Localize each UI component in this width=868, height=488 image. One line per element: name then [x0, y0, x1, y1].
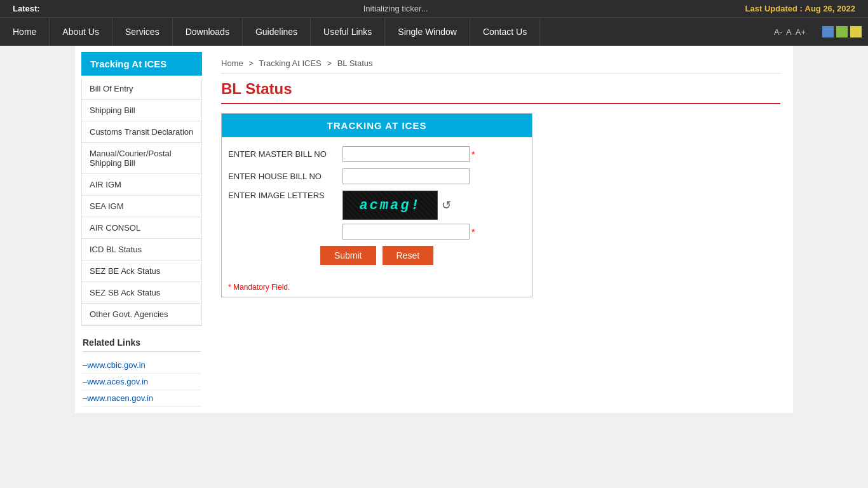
master-bill-label: ENTER MASTER BILL NO: [228, 149, 342, 159]
tracking-form-box: TRACKING AT ICES ENTER MASTER BILL NO * …: [221, 113, 532, 297]
house-bill-row: ENTER HOUSE BILL NO: [228, 168, 526, 184]
ticker-bar: Latest: Initializing ticker... Last Upda…: [0, 0, 868, 17]
sidebar-item-manual-courier[interactable]: Manual/Courier/Postal Shipping Bill: [82, 143, 201, 174]
last-updated-date: Aug 26, 2022: [805, 4, 856, 13]
master-bill-row: ENTER MASTER BILL NO *: [228, 146, 526, 162]
captcha-input-row: *: [342, 224, 475, 240]
breadcrumb-sep1: >: [248, 58, 254, 68]
sidebar-item-bill-of-entry[interactable]: Bill Of Entry: [82, 78, 201, 100]
house-bill-input[interactable]: [342, 168, 470, 184]
navbar: Home About Us Services Downloads Guideli…: [0, 17, 868, 46]
tracking-box-header: TRACKING AT ICES: [222, 114, 532, 137]
font-controls: A- A A+: [764, 18, 816, 46]
mandatory-note: * Mandatory Field.: [222, 278, 532, 297]
sidebar-item-shipping-bill[interactable]: Shipping Bill: [82, 100, 201, 121]
main-wrapper: Tracking At ICES Bill Of Entry Shipping …: [75, 46, 793, 413]
breadcrumb-current: BL Status: [337, 58, 373, 68]
font-increase[interactable]: A+: [796, 27, 806, 37]
breadcrumb: Home > Tracking At ICES > BL Status: [221, 58, 780, 74]
tracking-form: ENTER MASTER BILL NO * ENTER HOUSE BILL …: [222, 137, 532, 278]
related-links-title: Related Links: [83, 337, 201, 352]
captcha-required: *: [471, 227, 475, 237]
sidebar: Tracking At ICES Bill Of Entry Shipping …: [75, 52, 208, 407]
sidebar-item-air-igm[interactable]: AIR IGM: [82, 174, 201, 196]
sidebar-item-other-govt-agencies[interactable]: Other Govt. Agencies: [82, 304, 201, 325]
master-bill-input[interactable]: [342, 146, 470, 162]
sidebar-item-air-consol[interactable]: AIR CONSOL: [82, 217, 201, 239]
captcha-image: acmag!: [342, 191, 438, 220]
breadcrumb-tracking[interactable]: Tracking At ICES: [259, 58, 322, 68]
sidebar-item-sez-be-ack-status[interactable]: SEZ BE Ack Status: [82, 261, 201, 282]
related-links-section: Related Links –www.cbic.gov.in –www.aces…: [81, 337, 202, 407]
nav-home[interactable]: Home: [0, 18, 50, 46]
color-box-blue[interactable]: [822, 26, 834, 37]
font-decrease[interactable]: A-: [774, 27, 782, 37]
captcha-refresh-icon[interactable]: ↺: [442, 198, 451, 212]
color-boxes: [816, 18, 868, 46]
page-title: BL Status: [221, 80, 780, 104]
related-link-aces[interactable]: –www.aces.gov.in: [83, 374, 201, 390]
submit-button[interactable]: Submit: [320, 246, 376, 265]
related-link-nacen[interactable]: –www.nacen.gov.in: [83, 390, 201, 407]
sidebar-item-customs-transit[interactable]: Customs Transit Declaration: [82, 121, 201, 143]
nav-single-window[interactable]: Single Window: [385, 18, 470, 46]
sidebar-item-sea-igm[interactable]: SEA IGM: [82, 196, 201, 217]
captcha-content: acmag! ↺ *: [342, 191, 475, 240]
sidebar-item-sez-sb-ack-status[interactable]: SEZ SB Ack Status: [82, 282, 201, 304]
house-bill-label: ENTER HOUSE BILL NO: [228, 172, 342, 181]
nav-services[interactable]: Services: [112, 18, 173, 46]
nav-about-us[interactable]: About Us: [50, 18, 112, 46]
sidebar-item-icd-bl-status[interactable]: ICD BL Status: [82, 239, 201, 261]
nav-useful-links[interactable]: Useful Links: [311, 18, 385, 46]
color-box-yellow[interactable]: [850, 26, 862, 37]
related-link-cbic[interactable]: –www.cbic.gov.in: [83, 357, 201, 374]
nav-downloads[interactable]: Downloads: [173, 18, 243, 46]
breadcrumb-home[interactable]: Home: [221, 58, 243, 68]
font-normal[interactable]: A: [786, 27, 792, 37]
nav-contact-us[interactable]: Contact Us: [470, 18, 540, 46]
sidebar-menu: Bill Of Entry Shipping Bill Customs Tran…: [81, 78, 202, 326]
sidebar-title: Tracking At ICES: [81, 52, 202, 76]
reset-button[interactable]: Reset: [383, 246, 434, 265]
ticker-text: Initializing ticker...: [46, 4, 745, 13]
captcha-container: acmag! ↺: [342, 191, 475, 220]
nav-guidelines[interactable]: Guidelines: [243, 18, 311, 46]
last-updated: Last Updated : Aug 26, 2022: [745, 4, 855, 13]
buttons-row: Submit Reset: [228, 246, 526, 265]
main-content: Home > Tracking At ICES > BL Status BL S…: [208, 52, 793, 407]
latest-label: Latest:: [13, 4, 40, 13]
color-box-green[interactable]: [836, 26, 848, 37]
captcha-input[interactable]: [342, 224, 470, 240]
breadcrumb-sep2: >: [327, 58, 332, 68]
content-layout: Tracking At ICES Bill Of Entry Shipping …: [75, 46, 793, 413]
image-letters-label: ENTER IMAGE LETTERS: [228, 191, 342, 200]
captcha-row: ENTER IMAGE LETTERS acmag! ↺ *: [228, 191, 526, 240]
master-bill-required: *: [471, 149, 475, 159]
